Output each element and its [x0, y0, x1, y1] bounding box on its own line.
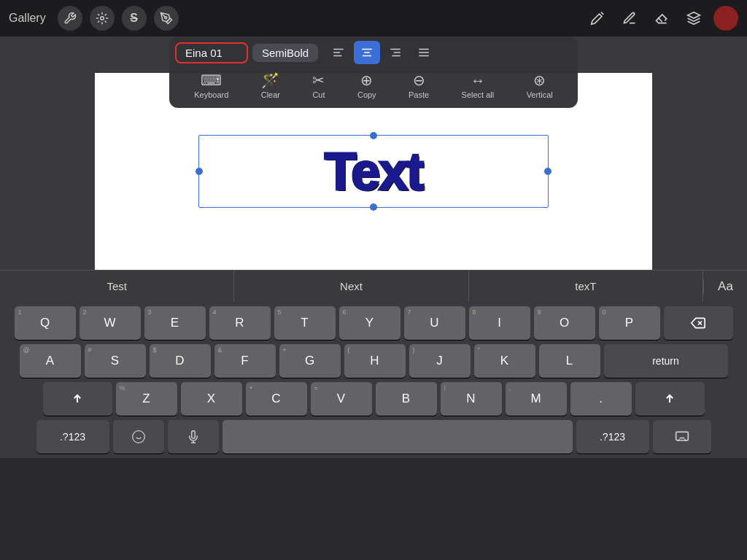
user-avatar[interactable] [713, 6, 738, 31]
key-r[interactable]: 4R [209, 306, 271, 340]
space-key[interactable] [222, 420, 573, 454]
key-v[interactable]: =V [311, 382, 372, 416]
key-g[interactable]: +G [279, 344, 341, 378]
shift-key-right[interactable] [635, 382, 705, 416]
font-style-selector[interactable]: SemiBold [252, 44, 318, 62]
key-l[interactable]: L [539, 344, 600, 378]
key-k[interactable]: "K [474, 344, 535, 378]
layers-icon[interactable] [681, 6, 706, 31]
svg-point-1 [164, 17, 166, 19]
font-name-selector[interactable]: Eina 01 [175, 42, 248, 63]
keyboard-action[interactable]: ⌨ Keyboard [185, 69, 237, 102]
paste-label: Paste [409, 90, 429, 99]
select-all-label: Select all [462, 90, 495, 99]
key-j[interactable]: )J [409, 344, 471, 378]
select-all-action[interactable]: ↔ Select all [453, 69, 503, 102]
delete-key[interactable] [664, 306, 733, 340]
handle-bottom[interactable] [370, 203, 377, 211]
pencil-icon[interactable] [617, 6, 642, 31]
clear-action[interactable]: 🪄 Clear [252, 69, 289, 102]
microphone-key[interactable] [168, 420, 219, 454]
canvas-text: Text [325, 141, 423, 201]
paste-icon: ⊖ [413, 71, 425, 89]
copy-icon: ⊕ [360, 71, 373, 89]
text-selection[interactable]: Text [198, 135, 549, 208]
gallery-button[interactable]: Gallery [9, 12, 46, 25]
keyboard-icon: ⌨ [201, 71, 222, 89]
key-y[interactable]: 6Y [339, 306, 400, 340]
key-n[interactable]: !N [441, 382, 502, 416]
eraser-icon[interactable] [649, 6, 674, 31]
shift-key-left[interactable] [43, 382, 112, 416]
copy-action[interactable]: ⊕ Copy [349, 69, 385, 102]
numbers-key[interactable]: .?123 [36, 420, 109, 454]
key-t[interactable]: 5T [274, 306, 336, 340]
wrench-icon[interactable] [58, 6, 82, 31]
top-bar-right [585, 6, 738, 31]
key-e[interactable]: 3E [144, 306, 206, 340]
cut-icon: ✂ [312, 71, 325, 89]
text-style-icon[interactable]: S [122, 6, 147, 31]
tool-icons: S [58, 6, 179, 31]
key-d[interactable]: $D [150, 344, 211, 378]
key-period[interactable]: . [570, 382, 632, 416]
toolbar-row2: ⌨ Keyboard 🪄 Clear ✂ Cut ⊕ Copy ⊖ Paste … [175, 67, 572, 104]
toolbar-row1: Eina 01 SemiBold [175, 41, 572, 64]
keyboard-dismiss-key[interactable] [653, 420, 711, 454]
keyboard-row-1: 1Q 2W 3E 4R 5T 6Y 7U 8I 9O 0P [3, 306, 744, 340]
vertical-icon: ⊛ [533, 71, 546, 89]
autocorrect-bar: Test Next texT Aa [0, 270, 747, 302]
vertical-label: Vertical [527, 90, 553, 99]
cut-label: Cut [312, 90, 325, 99]
key-q[interactable]: 1Q [15, 306, 76, 340]
handle-left[interactable] [196, 168, 203, 175]
paste-action[interactable]: ⊖ Paste [400, 69, 438, 102]
top-bar: Gallery S [0, 0, 747, 36]
align-right-button[interactable] [382, 41, 409, 64]
key-w[interactable]: 2W [80, 306, 141, 340]
autocorrect-item-2[interactable]: Next [234, 271, 468, 302]
key-h[interactable]: (H [344, 344, 406, 378]
keyboard-row-3: %Z X +C =V B !N ,M . [3, 382, 744, 416]
key-i[interactable]: 8I [469, 306, 530, 340]
keyboard: 1Q 2W 3E 4R 5T 6Y 7U 8I 9O 0P @A #S $D &… [0, 302, 747, 458]
aa-button[interactable]: Aa [703, 279, 747, 294]
cut-action[interactable]: ✂ Cut [303, 69, 333, 102]
align-left-button[interactable] [325, 41, 352, 64]
autocorrect-item-3[interactable]: texT [469, 271, 703, 302]
alignment-buttons [325, 41, 437, 64]
key-x[interactable]: X [181, 382, 242, 416]
key-a[interactable]: @A [20, 344, 81, 378]
brush-icon[interactable] [154, 6, 179, 31]
vertical-action[interactable]: ⊛ Vertical [518, 69, 562, 102]
key-u[interactable]: 7U [404, 306, 465, 340]
key-b[interactable]: B [376, 382, 437, 416]
select-all-icon: ↔ [471, 72, 485, 89]
align-justify-button[interactable] [411, 41, 437, 64]
key-z[interactable]: %Z [116, 382, 177, 416]
numbers-key-right[interactable]: .?123 [576, 420, 649, 454]
canvas-area: Eina 01 SemiBold [0, 36, 747, 270]
key-c[interactable]: +C [246, 382, 307, 416]
autocorrect-item-1[interactable]: Test [0, 271, 234, 302]
clear-icon: 🪄 [261, 71, 279, 89]
keyboard-label: Keyboard [194, 90, 228, 99]
return-key[interactable]: return [604, 344, 728, 378]
svg-line-2 [601, 12, 603, 15]
svg-point-19 [132, 431, 144, 443]
handle-top[interactable] [370, 132, 377, 139]
key-f[interactable]: &F [214, 344, 276, 378]
pen-icon[interactable] [585, 6, 610, 31]
key-p[interactable]: 0P [599, 306, 660, 340]
toolbar-popup: Eina 01 SemiBold [169, 36, 578, 108]
emoji-key[interactable] [113, 420, 164, 454]
key-o[interactable]: 9O [534, 306, 595, 340]
key-m[interactable]: ,M [506, 382, 567, 416]
clear-label: Clear [261, 90, 280, 99]
align-center-button[interactable] [354, 41, 380, 64]
handle-right[interactable] [544, 168, 551, 175]
adjustments-icon[interactable] [90, 6, 115, 31]
key-s[interactable]: #S [85, 344, 146, 378]
svg-point-0 [100, 17, 104, 20]
keyboard-row-2: @A #S $D &F +G (H )J "K L return [3, 344, 744, 378]
